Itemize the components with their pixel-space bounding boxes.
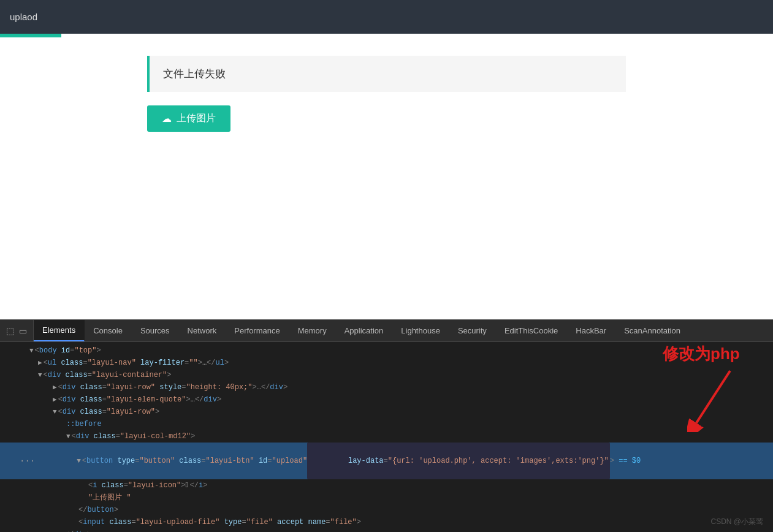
code-line-1: ▼ <body id="top" > xyxy=(0,344,773,357)
code-line-8: ▼ <div class="layui-col-md12" > xyxy=(0,430,773,443)
watermark: CSDN @小菜莺 xyxy=(710,517,763,527)
tab-lighthouse[interactable]: Lighthouse xyxy=(392,320,449,341)
alert-box: 文件上传失败 xyxy=(147,56,626,92)
inspect-icon[interactable]: ▭ xyxy=(19,326,27,336)
devtools-tabs: ⬚ ▭ Elements Console Sources Network Per… xyxy=(0,320,773,342)
code-line-11: "上传图片 " xyxy=(0,492,773,504)
tab-memory[interactable]: Memory xyxy=(289,320,336,341)
code-line-13: <input class="layui-upload-file" type="f… xyxy=(0,516,773,528)
tab-console[interactable]: Console xyxy=(85,320,132,341)
tab-performance[interactable]: Performance xyxy=(226,320,289,341)
code-line-12: </button> xyxy=(0,504,773,516)
code-line-5: ▶ <div class="layui-elem-quote" > … </di… xyxy=(0,393,773,406)
tab-editthiscookie[interactable]: EditThisCookie xyxy=(496,320,567,341)
tab-elements[interactable]: Elements xyxy=(34,320,85,341)
tab-hackbar[interactable]: HackBar xyxy=(567,320,615,341)
code-line-selected: ··· ▼ <button type="button" class="layui… xyxy=(0,443,773,479)
upload-button-label: 上传图片 xyxy=(177,112,216,125)
devtools-panel: ⬚ ▭ Elements Console Sources Network Per… xyxy=(0,319,773,532)
three-dots-icon[interactable]: ··· xyxy=(15,455,40,467)
code-line-3: ▼ <div class="layui-container" > xyxy=(0,369,773,381)
code-line-4: ▶ <div class="layui-row" style="height: … xyxy=(0,381,773,393)
tab-application[interactable]: Application xyxy=(336,320,393,341)
upload-icon: ☁ xyxy=(162,113,172,124)
code-line-10: <i class="layui-icon" >  </i> xyxy=(0,479,773,492)
main-content: 文件上传失败 ☁ 上传图片 xyxy=(0,37,773,319)
tab-sources[interactable]: Sources xyxy=(132,320,179,341)
devtools-icons: ⬚ ▭ xyxy=(0,320,34,341)
browser-titlebar: uplaod xyxy=(0,0,773,34)
tab-scanannotation[interactable]: ScanAnnotation xyxy=(615,320,690,341)
code-line-6: ▼ <div class="layui-row" > xyxy=(0,406,773,418)
code-line-14: </div> xyxy=(0,528,773,532)
alert-text: 文件上传失败 xyxy=(163,68,226,80)
upload-button[interactable]: ☁ 上传图片 xyxy=(147,105,230,132)
page-title: uplaod xyxy=(10,12,37,22)
code-line-7: ::before xyxy=(0,418,773,430)
devtools-code-content[interactable]: ▼ <body id="top" > ▶ <ul class="layui-na… xyxy=(0,342,773,532)
tab-network[interactable]: Network xyxy=(179,320,226,341)
cursor-icon[interactable]: ⬚ xyxy=(6,326,14,336)
code-line-2: ▶ <ul class="layui-nav" lay-filter="" > … xyxy=(0,357,773,369)
tab-security[interactable]: Security xyxy=(449,320,496,341)
